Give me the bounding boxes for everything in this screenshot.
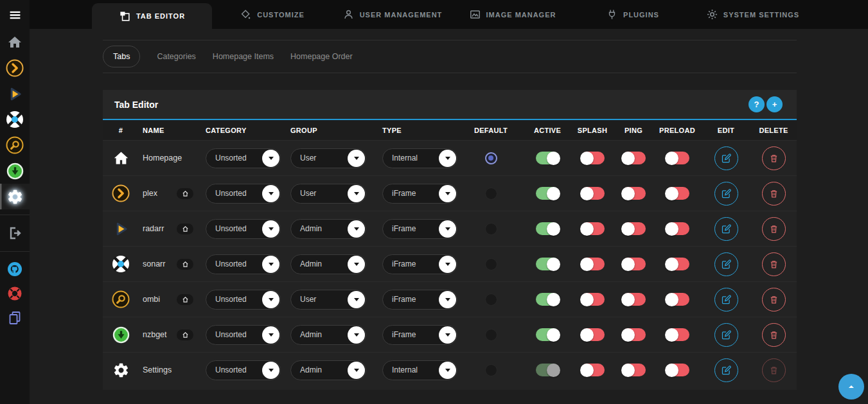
subtab-homepage-order[interactable]: Homepage Order (290, 52, 353, 61)
select-value: Unsorted (215, 295, 247, 304)
edit-button[interactable] (714, 182, 738, 206)
preload-toggle[interactable] (666, 258, 689, 270)
active-toggle[interactable] (536, 258, 560, 270)
type-select[interactable]: Internal (382, 148, 457, 168)
category-select[interactable]: Unsorted (206, 290, 281, 310)
edit-button[interactable] (714, 288, 738, 312)
category-select[interactable]: Unsorted (206, 184, 281, 204)
ping-toggle[interactable] (622, 222, 646, 235)
nav-tab-customize[interactable]: CUSTOMIZE (212, 0, 332, 29)
delete-button[interactable] (762, 217, 786, 241)
ping-toggle[interactable] (622, 293, 646, 306)
group-select[interactable]: Admin (290, 219, 366, 239)
default-radio[interactable] (485, 258, 497, 270)
ping-toggle[interactable] (622, 328, 646, 341)
type-select[interactable]: iFrame (382, 184, 457, 204)
splash-toggle[interactable] (581, 222, 605, 235)
nav-tab-tab-editor[interactable]: TAB EDITOR (92, 3, 212, 29)
type-select[interactable]: iFrame (382, 219, 457, 239)
delete-button[interactable] (762, 323, 786, 347)
splash-toggle[interactable] (581, 152, 605, 164)
splash-toggle[interactable] (581, 258, 605, 270)
category-select[interactable]: Unsorted (206, 254, 281, 274)
delete-button[interactable] (762, 288, 786, 312)
category-select[interactable]: Unsorted (206, 325, 281, 345)
menu-button[interactable] (0, 0, 30, 30)
sidebar-item-logout[interactable] (0, 220, 30, 246)
nav-tab-image-manager[interactable]: IMAGE MANAGER (452, 0, 572, 29)
default-radio[interactable] (485, 364, 497, 376)
nav-tab-label: TAB EDITOR (136, 12, 185, 20)
active-cell (524, 222, 571, 235)
sidebar-item-support[interactable] (0, 281, 30, 306)
group-select[interactable]: Admin (290, 254, 366, 274)
default-radio[interactable] (485, 294, 497, 306)
preload-toggle[interactable] (666, 364, 689, 376)
splash-toggle[interactable] (581, 293, 605, 306)
help-button[interactable]: ? (748, 96, 765, 112)
default-radio[interactable] (485, 152, 497, 164)
preload-toggle[interactable] (666, 293, 689, 306)
group-select[interactable]: Admin (290, 325, 366, 345)
toggle-knob (665, 187, 678, 200)
subtab-tabs[interactable]: Tabs (103, 46, 140, 67)
group-select[interactable]: User (290, 290, 366, 310)
sidebar-item-home[interactable] (0, 30, 30, 55)
group-select[interactable]: User (290, 148, 366, 168)
default-radio[interactable] (485, 223, 497, 235)
edit-button[interactable] (714, 252, 738, 276)
ping-toggle[interactable] (622, 152, 646, 164)
nav-tab-label: IMAGE MANAGER (486, 11, 556, 19)
subtab-homepage-items[interactable]: Homepage Items (213, 52, 274, 61)
active-toggle[interactable] (536, 187, 560, 200)
splash-toggle[interactable] (581, 364, 605, 376)
ping-toggle[interactable] (622, 258, 646, 270)
group-select[interactable]: User (290, 184, 366, 204)
active-toggle[interactable] (536, 328, 560, 341)
preload-toggle[interactable] (666, 328, 689, 341)
splash-toggle[interactable] (581, 328, 605, 341)
sidebar-item-plex[interactable] (0, 55, 30, 81)
sidebar-item-radarr[interactable] (0, 81, 30, 107)
splash-cell (571, 364, 614, 376)
ping-toggle[interactable] (622, 364, 646, 376)
type-select[interactable]: iFrame (382, 290, 457, 310)
splash-toggle[interactable] (581, 187, 605, 200)
sidebar-item-sonarr[interactable] (0, 107, 30, 132)
delete-button[interactable] (762, 252, 786, 276)
category-select[interactable]: Unsorted (206, 219, 281, 239)
nav-tab-plugins[interactable]: PLUGINS (572, 0, 693, 29)
scroll-to-top-button[interactable] (838, 374, 864, 400)
active-toggle[interactable] (536, 222, 560, 235)
sidebar-item-pages[interactable] (0, 306, 30, 330)
edit-button[interactable] (714, 146, 738, 170)
nav-tab-user-management[interactable]: USER MANAGEMENT (332, 0, 452, 29)
preload-toggle[interactable] (666, 187, 689, 200)
select-caret (348, 256, 365, 273)
preload-toggle[interactable] (666, 222, 689, 235)
nav-tab-system-settings[interactable]: SYSTEM SETTINGS (693, 0, 813, 29)
edit-button[interactable] (714, 323, 738, 347)
default-radio[interactable] (485, 329, 497, 341)
sidebar-item-github[interactable] (0, 257, 30, 281)
type-select[interactable]: iFrame (382, 325, 457, 345)
add-tab-button[interactable]: + (766, 96, 783, 112)
active-toggle[interactable] (536, 293, 560, 306)
category-select[interactable]: Unsorted (206, 360, 281, 380)
delete-button[interactable] (762, 146, 786, 170)
sidebar-item-settings[interactable] (0, 184, 30, 209)
active-toggle[interactable] (536, 152, 560, 164)
edit-button[interactable] (714, 217, 738, 241)
group-select[interactable]: Admin (290, 360, 366, 380)
sidebar-item-ombi[interactable] (0, 132, 30, 158)
type-select[interactable]: Internal (382, 360, 457, 380)
edit-button[interactable] (714, 358, 738, 382)
delete-button[interactable] (762, 182, 786, 206)
category-select[interactable]: Unsorted (206, 148, 281, 168)
sidebar-item-nzbget[interactable] (0, 158, 30, 184)
default-radio[interactable] (485, 188, 497, 200)
preload-toggle[interactable] (666, 152, 689, 164)
ping-toggle[interactable] (622, 187, 646, 200)
type-select[interactable]: iFrame (382, 254, 457, 274)
subtab-categories[interactable]: Categories (157, 52, 195, 61)
